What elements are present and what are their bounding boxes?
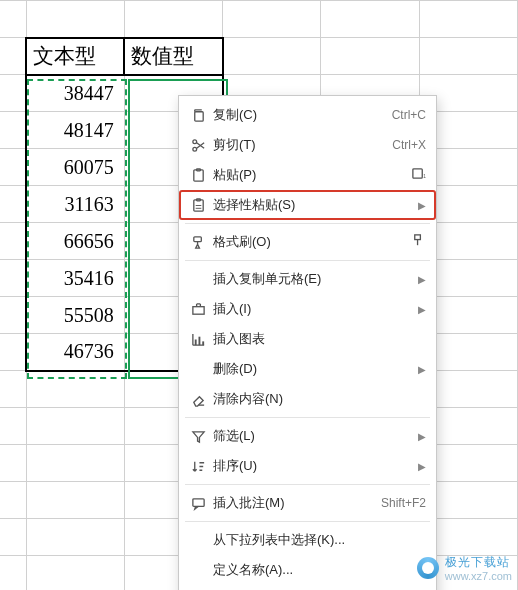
submenu-arrow-icon: ▶ bbox=[416, 364, 426, 375]
menu-label: 插入图表 bbox=[209, 330, 426, 348]
cell-a[interactable]: 66656 bbox=[26, 223, 124, 260]
svg-point-2 bbox=[192, 139, 196, 143]
chart-icon bbox=[187, 332, 209, 347]
svg-rect-9 bbox=[193, 236, 201, 241]
brush-icon bbox=[187, 235, 209, 250]
menu-separator bbox=[185, 223, 430, 224]
eraser-icon bbox=[187, 392, 209, 407]
menu-label: 粘贴(P) bbox=[209, 166, 410, 184]
svg-point-1 bbox=[192, 147, 196, 151]
cell-a[interactable]: 48147 bbox=[26, 112, 124, 149]
insert-icon bbox=[187, 302, 209, 317]
header-numeric-type[interactable]: 数值型 bbox=[124, 38, 222, 75]
menu-delete[interactable]: 删除(D) ▶ bbox=[179, 354, 436, 384]
cell-a[interactable]: 35416 bbox=[26, 260, 124, 297]
menu-label: 筛选(L) bbox=[209, 427, 416, 445]
menu-define-name[interactable]: 定义名称(A)... bbox=[179, 555, 436, 585]
menu-label: 插入批注(M) bbox=[209, 494, 375, 512]
submenu-arrow-icon: ▶ bbox=[416, 461, 426, 472]
menu-insert[interactable]: 插入(I) ▶ bbox=[179, 294, 436, 324]
header-text-type[interactable]: 文本型 bbox=[26, 38, 124, 75]
svg-rect-15 bbox=[192, 498, 203, 506]
svg-rect-11 bbox=[192, 306, 203, 314]
paste-options-icon: 123 bbox=[410, 166, 426, 184]
menu-separator bbox=[185, 521, 430, 522]
svg-rect-14 bbox=[202, 341, 204, 345]
menu-label: 选择性粘贴(S) bbox=[209, 196, 416, 214]
menu-separator bbox=[185, 484, 430, 485]
menu-label: 删除(D) bbox=[209, 360, 416, 378]
menu-shortcut: Shift+F2 bbox=[375, 496, 426, 510]
svg-rect-3 bbox=[193, 169, 202, 180]
svg-rect-13 bbox=[198, 336, 200, 344]
submenu-arrow-icon: ▶ bbox=[416, 200, 426, 211]
cell-a[interactable]: 31163 bbox=[26, 186, 124, 223]
svg-rect-12 bbox=[194, 339, 196, 345]
svg-text:123: 123 bbox=[423, 174, 426, 179]
submenu-arrow-icon: ▶ bbox=[416, 431, 426, 442]
menu-label: 清除内容(N) bbox=[209, 390, 426, 408]
menu-paste-special[interactable]: 选择性粘贴(S) ▶ bbox=[179, 190, 436, 220]
format-painter-pin-icon bbox=[410, 233, 426, 251]
funnel-icon bbox=[187, 429, 209, 444]
menu-pick-from-list[interactable]: 从下拉列表中选择(K)... bbox=[179, 525, 436, 555]
menu-filter[interactable]: 筛选(L) ▶ bbox=[179, 421, 436, 451]
menu-insert-copied-cells[interactable]: 插入复制单元格(E) ▶ bbox=[179, 264, 436, 294]
copy-icon bbox=[187, 108, 209, 123]
sort-icon bbox=[187, 459, 209, 474]
menu-label: 插入复制单元格(E) bbox=[209, 270, 416, 288]
cell-a[interactable]: 46736 bbox=[26, 334, 124, 371]
submenu-arrow-icon: ▶ bbox=[416, 304, 426, 315]
cell-a[interactable]: 55508 bbox=[26, 297, 124, 334]
cell-a[interactable]: 38447 bbox=[26, 75, 124, 112]
svg-rect-5 bbox=[413, 169, 422, 178]
menu-insert-comment[interactable]: 插入批注(M) Shift+F2 bbox=[179, 488, 436, 518]
menu-hyperlink[interactable]: 超链接(H)... Ctrl+K bbox=[179, 585, 436, 590]
menu-label: 定义名称(A)... bbox=[209, 561, 426, 579]
submenu-arrow-icon: ▶ bbox=[416, 274, 426, 285]
menu-copy[interactable]: 复制(C) Ctrl+C bbox=[179, 100, 436, 130]
comment-icon bbox=[187, 496, 209, 511]
menu-label: 排序(U) bbox=[209, 457, 416, 475]
menu-label: 复制(C) bbox=[209, 106, 386, 124]
svg-rect-0 bbox=[194, 111, 202, 120]
menu-label: 插入(I) bbox=[209, 300, 416, 318]
menu-label: 格式刷(O) bbox=[209, 233, 410, 251]
context-menu: 复制(C) Ctrl+C 剪切(T) Ctrl+X 粘贴(P) 123 选择性粘… bbox=[178, 95, 437, 590]
menu-separator bbox=[185, 260, 430, 261]
menu-label: 从下拉列表中选择(K)... bbox=[209, 531, 426, 549]
menu-insert-chart[interactable]: 插入图表 bbox=[179, 324, 436, 354]
svg-rect-10 bbox=[415, 235, 421, 240]
menu-paste[interactable]: 粘贴(P) 123 bbox=[179, 160, 436, 190]
menu-separator bbox=[185, 417, 430, 418]
menu-label: 剪切(T) bbox=[209, 136, 386, 154]
clipboard-special-icon bbox=[187, 198, 209, 213]
header-row: 文本型 数值型 bbox=[0, 38, 518, 75]
clipboard-icon bbox=[187, 168, 209, 183]
scissors-icon bbox=[187, 138, 209, 153]
menu-shortcut: Ctrl+C bbox=[386, 108, 426, 122]
cell-a[interactable]: 60075 bbox=[26, 149, 124, 186]
menu-format-painter[interactable]: 格式刷(O) bbox=[179, 227, 436, 257]
menu-clear-contents[interactable]: 清除内容(N) bbox=[179, 384, 436, 414]
menu-sort[interactable]: 排序(U) ▶ bbox=[179, 451, 436, 481]
menu-shortcut: Ctrl+X bbox=[386, 138, 426, 152]
menu-cut[interactable]: 剪切(T) Ctrl+X bbox=[179, 130, 436, 160]
grid-row bbox=[0, 1, 518, 38]
